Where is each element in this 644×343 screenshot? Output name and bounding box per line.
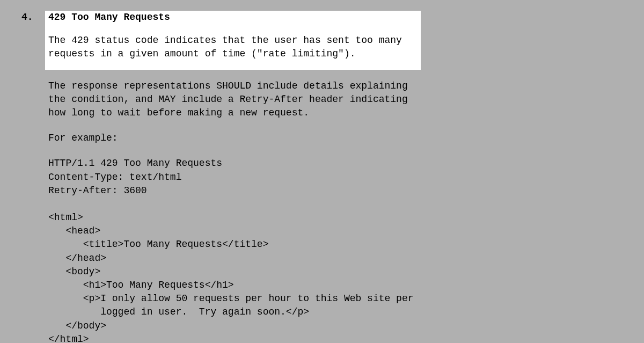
example-label: For example: [48, 132, 424, 145]
section-header: 4. 429 Too Many Requests The 429 status … [21, 11, 644, 70]
section-title: 429 Too Many Requests [48, 11, 416, 24]
intro-paragraph: The 429 status code indicates that the u… [48, 34, 416, 61]
highlight-box: 429 Too Many Requests The 429 status cod… [45, 11, 421, 70]
section-number: 4. [21, 11, 48, 24]
example-code-block: HTTP/1.1 429 Too Many Requests Content-T… [48, 157, 424, 343]
rfc-section: 4. 429 Too Many Requests The 429 status … [0, 11, 644, 343]
section-body: The response representations SHOULD incl… [48, 79, 424, 343]
detail-paragraph: The response representations SHOULD incl… [48, 79, 424, 120]
